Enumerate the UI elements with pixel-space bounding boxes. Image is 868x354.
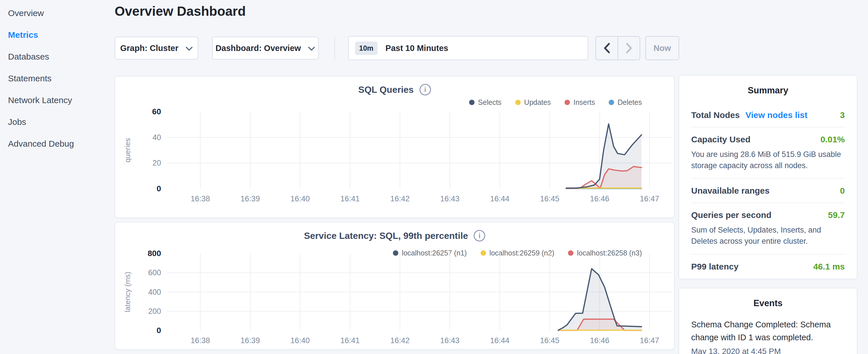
series-fill xyxy=(566,124,642,189)
svg-text:16:46: 16:46 xyxy=(590,194,610,203)
time-range-label: Past 10 Minutes xyxy=(385,43,448,53)
summary-row-label: Unavailable ranges xyxy=(691,186,769,196)
svg-text:16:44: 16:44 xyxy=(490,336,509,345)
svg-text:16:45: 16:45 xyxy=(540,194,559,203)
event-text: Schema Change Completed: Schema change w… xyxy=(691,318,845,344)
sidebar-item-network-latency[interactable]: Network Latency xyxy=(8,89,110,111)
graph-dropdown-label: Graph: Cluster xyxy=(120,43,178,53)
sidebar-item-metrics[interactable]: Metrics xyxy=(8,24,110,46)
svg-text:16:47: 16:47 xyxy=(640,194,659,203)
svg-text:16:45: 16:45 xyxy=(540,336,559,345)
summary-panel: Summary Total Nodes View nodes list 3 Ca… xyxy=(679,75,858,279)
svg-text:400: 400 xyxy=(148,288,161,296)
summary-row-value: 3 xyxy=(840,110,845,120)
chevron-down-icon xyxy=(308,43,315,53)
svg-text:16:39: 16:39 xyxy=(241,336,260,345)
sidebar-item-jobs[interactable]: Jobs xyxy=(8,111,110,133)
dashboard-dropdown-label: Dashboard: Overview xyxy=(216,43,301,53)
dashboard-dropdown[interactable]: Dashboard: Overview xyxy=(212,37,319,60)
summary-row-label: Queries per second xyxy=(691,210,771,220)
sidebar-item-overview[interactable]: Overview xyxy=(8,2,110,24)
summary-row-value: 59.7 xyxy=(828,210,845,220)
events-title: Events xyxy=(691,298,845,309)
service-latency-chart: 020040060080016:3816:3916:4016:4116:4216… xyxy=(115,223,675,350)
view-nodes-list-link[interactable]: View nodes list xyxy=(745,110,807,120)
time-range-badge: 10m xyxy=(355,41,377,55)
svg-text:16:41: 16:41 xyxy=(340,194,360,203)
chevron-down-icon xyxy=(568,45,577,51)
event-list-item[interactable]: Schema Change Completed: Schema change w… xyxy=(691,318,845,354)
summary-row-description: Sum of Selects, Updates, Inserts, and De… xyxy=(691,225,845,247)
svg-text:200: 200 xyxy=(148,307,161,316)
service-latency-chart-card: Service Latency: SQL, 99th percentile i … xyxy=(115,222,675,350)
time-step-forward-button[interactable] xyxy=(618,37,640,60)
svg-text:16:40: 16:40 xyxy=(290,336,310,345)
sidebar-item-statements[interactable]: Statements xyxy=(8,68,110,89)
svg-text:16:38: 16:38 xyxy=(191,336,210,345)
summary-row-label: Total Nodes xyxy=(691,110,740,120)
svg-text:16:39: 16:39 xyxy=(241,194,260,203)
graph-dropdown[interactable]: Graph: Cluster xyxy=(115,37,198,60)
page-title: Overview Dashboard xyxy=(115,3,246,19)
time-step-buttons xyxy=(595,36,640,60)
svg-text:16:41: 16:41 xyxy=(340,336,360,345)
svg-text:16:42: 16:42 xyxy=(390,194,410,203)
sidebar-item-databases[interactable]: Databases xyxy=(8,46,110,68)
time-step-back-button[interactable] xyxy=(596,37,618,60)
svg-text:0: 0 xyxy=(156,326,161,335)
svg-text:40: 40 xyxy=(152,133,161,142)
svg-text:600: 600 xyxy=(148,268,161,277)
sql-queries-chart: 020406016:3816:3916:4016:4116:4216:4316:… xyxy=(115,76,675,219)
summary-row-label: P99 latency xyxy=(691,262,739,271)
svg-text:60: 60 xyxy=(152,107,161,116)
summary-row-unavailable-ranges: Unavailable ranges 0 xyxy=(691,179,845,203)
summary-row-queries-per-second: Queries per second 59.7 Sum of Selects, … xyxy=(691,203,845,254)
events-panel: Events Schema Change Completed: Schema c… xyxy=(679,288,858,354)
svg-text:16:43: 16:43 xyxy=(440,194,460,203)
svg-text:16:38: 16:38 xyxy=(191,194,210,203)
sql-queries-chart-card: SQL Queries i SelectsUpdatesInsertsDelet… xyxy=(115,76,675,218)
summary-row-value: 46.1 ms xyxy=(813,262,845,271)
summary-row-label: Capacity Used xyxy=(691,135,750,144)
svg-text:16:46: 16:46 xyxy=(590,336,610,345)
summary-title: Summary xyxy=(691,85,845,96)
svg-text:16:44: 16:44 xyxy=(490,194,509,203)
summary-row-p99-latency: P99 latency 46.1 ms xyxy=(691,255,845,279)
event-timestamp: May 13, 2020 at 4:45 PM xyxy=(691,347,845,354)
now-button[interactable]: Now xyxy=(645,36,679,60)
sidebar: Overview Metrics Databases Statements Ne… xyxy=(0,0,110,155)
summary-row-description: You are using 28.6 MiB of 515.9 GiB usab… xyxy=(691,149,845,171)
svg-text:latency (ms): latency (ms) xyxy=(123,272,132,313)
svg-text:16:42: 16:42 xyxy=(390,336,410,345)
summary-row-value: 0.01% xyxy=(820,135,845,144)
svg-text:0: 0 xyxy=(156,184,161,193)
svg-text:800: 800 xyxy=(148,249,161,258)
chevron-down-icon xyxy=(185,43,193,53)
svg-text:queries: queries xyxy=(123,138,132,162)
svg-text:16:40: 16:40 xyxy=(290,194,310,203)
svg-text:16:43: 16:43 xyxy=(440,336,460,345)
toolbar-divider xyxy=(334,36,335,60)
svg-text:16:47: 16:47 xyxy=(640,336,659,345)
time-range-dropdown[interactable]: 10m Past 10 Minutes xyxy=(348,36,588,60)
svg-text:20: 20 xyxy=(152,159,161,167)
summary-row-total-nodes: Total Nodes View nodes list 3 xyxy=(691,103,845,127)
sidebar-item-advanced-debug[interactable]: Advanced Debug xyxy=(8,133,110,155)
summary-row-capacity-used: Capacity Used 0.01% You are using 28.6 M… xyxy=(691,127,845,179)
summary-row-value: 0 xyxy=(840,186,845,196)
